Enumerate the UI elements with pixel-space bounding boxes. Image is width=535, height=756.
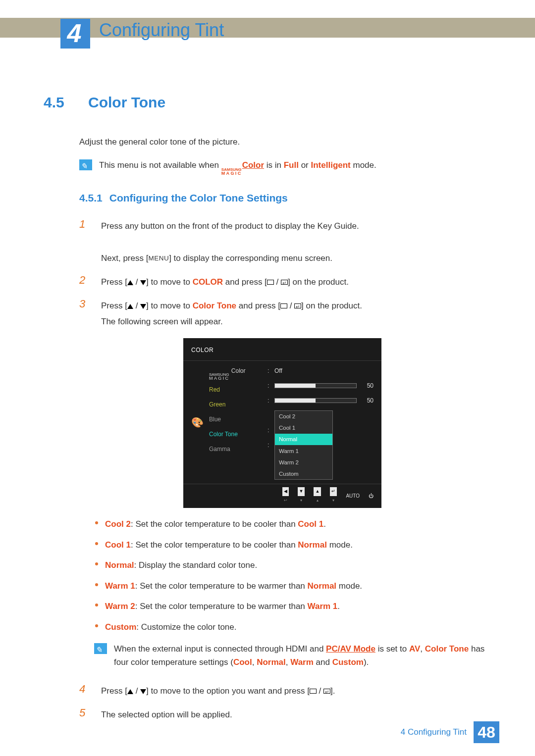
osd-row-blue: Blue <box>209 414 265 425</box>
step-1: 1 Press any button on the front of the p… <box>79 218 485 266</box>
nav-back-icon: ◀↩ <box>282 487 289 504</box>
section-intro: Adjust the general color tone of the pic… <box>79 135 485 150</box>
step-number: 1 <box>79 218 88 266</box>
step-4: 4 Press [ / ] to move to the option you … <box>79 683 485 699</box>
osd-magic-color-value: Off <box>274 366 374 376</box>
samsung-magic-brand: SAMSUNGMAGIC <box>209 373 230 380</box>
subsection-number: 4.5.1 <box>79 189 103 207</box>
osd-panel: COLOR 🎨 SAMSUNGMAGIC Color Red Green Blu… <box>183 338 381 508</box>
footer-page-number: 48 <box>474 721 499 743</box>
note-icon <box>79 159 92 170</box>
step-5: 5 The selected option will be applied. <box>79 707 485 723</box>
section-title: Color Tone <box>88 94 165 111</box>
note-hdmi-text: When the external input is connected thr… <box>114 642 485 669</box>
arrow-up-icon <box>127 280 133 285</box>
source-icon <box>267 280 274 285</box>
note1-brand-color: Color <box>242 160 264 170</box>
osd-option-warm2: Warm 2 <box>275 456 332 468</box>
osd-color-tone-dropdown: Cool 2 Cool 1 Normal Warm 1 Warm 2 Custo… <box>274 410 333 480</box>
nav-down-icon: ▼▾ <box>298 487 305 504</box>
chapter-title: Configuring Tint <box>99 20 224 41</box>
source-icon <box>280 303 287 308</box>
bullet-custom: Custom: Customize the color tone. <box>94 621 485 634</box>
bullet-warm2: Warm 2: Set the color temperature to be … <box>94 600 485 613</box>
note-availability: This menu is not available when SAMSUNGM… <box>79 158 485 175</box>
osd-row-gamma: Gamma <box>209 444 265 454</box>
enter-icon <box>323 689 330 694</box>
bullet-warm1: Warm 1: Set the color temperature to be … <box>94 580 485 593</box>
color-tone-option-list: Cool 2: Set the color temperature to be … <box>94 518 485 633</box>
step1-line1: Press any button on the front of the pro… <box>101 221 359 231</box>
osd-row-red: Red <box>209 385 265 395</box>
enter-icon <box>281 280 288 285</box>
osd-row-color-tone: Color Tone <box>209 429 265 440</box>
subsection-title: Configuring the Color Tone Settings <box>109 189 288 207</box>
osd-green-slider: 50 <box>274 396 374 406</box>
step-3: 3 Press [ / ] to move to Color Tone and … <box>79 298 485 330</box>
nav-enter-icon: ↵▾ <box>330 487 337 504</box>
osd-option-cool1: Cool 1 <box>275 422 332 434</box>
step-2: 2 Press [ / ] to move to COLOR and press… <box>79 274 485 290</box>
osd-row-magic-color: SAMSUNGMAGIC Color <box>209 366 265 380</box>
footer-chapter-ref: 4 Configuring Tint <box>401 727 467 737</box>
step-number: 2 <box>79 274 88 290</box>
step-number: 3 <box>79 298 88 330</box>
note-icon <box>94 643 107 654</box>
nav-auto: AUTO <box>346 492 360 501</box>
osd-nav-bar: ◀↩ ▼▾ ▲▴ ↵▾ AUTO ⏻ <box>183 484 381 505</box>
osd-option-custom: Custom <box>275 468 332 479</box>
note1-pre: This menu is not available when <box>99 160 221 170</box>
arrow-down-icon <box>140 304 146 309</box>
arrow-up-icon <box>127 689 133 694</box>
bullet-normal: Normal: Display the standard color tone. <box>94 559 485 572</box>
menu-key-label: MENU <box>148 254 169 262</box>
source-icon <box>310 689 317 694</box>
step-number: 4 <box>79 683 88 699</box>
step-number: 5 <box>79 707 88 723</box>
osd-title: COLOR <box>183 343 381 360</box>
note-text: This menu is not available when SAMSUNGM… <box>99 158 376 175</box>
section-number: 4.5 <box>44 94 74 111</box>
note-hdmi: When the external input is connected thr… <box>94 642 485 669</box>
arrow-down-icon <box>140 689 146 694</box>
palette-icon: 🎨 <box>191 414 206 431</box>
bullet-cool1: Cool 1: Set the color temperature to be … <box>94 539 485 552</box>
enter-icon <box>294 303 301 308</box>
osd-option-normal: Normal <box>275 434 332 445</box>
samsung-magic-brand: SAMSUNGMAGIC <box>221 168 242 175</box>
osd-option-cool2: Cool 2 <box>275 411 332 422</box>
arrow-up-icon <box>127 304 133 309</box>
arrow-down-icon <box>140 280 146 285</box>
nav-up-icon: ▲▴ <box>314 487 321 504</box>
chapter-number-badge: 4 <box>60 19 90 49</box>
nav-power-icon: ⏻ <box>369 492 374 501</box>
osd-option-warm1: Warm 1 <box>275 445 332 456</box>
osd-row-green: Green <box>209 400 265 410</box>
osd-red-slider: 50 <box>274 381 374 391</box>
bullet-cool2: Cool 2: Set the color temperature to be … <box>94 518 485 531</box>
